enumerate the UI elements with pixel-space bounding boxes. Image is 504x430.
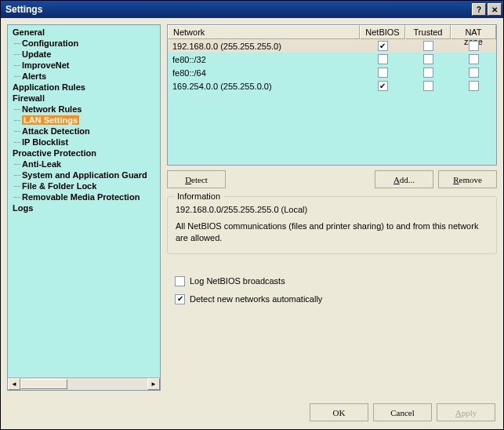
col-trusted[interactable]: Trusted — [405, 25, 451, 39]
tree-item-system-and-application-guard[interactable]: System and Application Guard — [8, 169, 160, 180]
detect-networks-label: Detect new networks automatically — [190, 294, 322, 304]
tree-item-file-folder-lock[interactable]: File & Folder Lock — [8, 180, 160, 191]
dialog-footer: OK Cancel Apply — [1, 397, 503, 429]
netbios-checkbox[interactable] — [378, 67, 388, 78]
tree-item-removable-media-protection[interactable]: Removable Media Protection — [8, 191, 160, 202]
scroll-right-button[interactable]: ► — [147, 378, 160, 390]
tree-item-general[interactable]: General — [8, 27, 160, 38]
log-netbios-label: Log NetBIOS broadcasts — [190, 276, 285, 286]
tree-item-lan-settings[interactable]: LAN Settings — [8, 115, 160, 126]
netbios-checkbox[interactable] — [378, 54, 388, 64]
add-button[interactable]: Add... — [375, 170, 433, 188]
settings-window: Settings ? ✕ GeneralConfigurationUpdateI… — [0, 0, 504, 430]
tree-item-configuration[interactable]: Configuration — [8, 38, 160, 49]
natzone-checkbox[interactable] — [469, 41, 479, 51]
cancel-button[interactable]: Cancel — [373, 403, 432, 421]
tree-item-logs[interactable]: Logs — [8, 202, 160, 213]
detect-button[interactable]: Detect — [167, 170, 226, 188]
scroll-left-button[interactable]: ◄ — [8, 378, 20, 390]
table-row[interactable]: fe80::/32 — [168, 53, 496, 66]
tree-item-proactive-protection[interactable]: Proactive Protection — [8, 148, 160, 159]
tree-item-firewall[interactable]: Firewall — [8, 93, 160, 104]
trusted-checkbox[interactable] — [423, 54, 433, 64]
network-table: Network NetBIOS Trusted NAT zone 192.168… — [167, 24, 497, 166]
titlebar: Settings ? ✕ — [1, 1, 503, 18]
nav-tree: GeneralConfigurationUpdateImproveNetAler… — [7, 24, 161, 391]
tree-item-alerts[interactable]: Alerts — [8, 71, 160, 82]
tree-item-ip-blocklist[interactable]: IP Blocklist — [8, 137, 160, 148]
tree-item-update[interactable]: Update — [8, 49, 160, 60]
table-row[interactable]: 192.168.0.0 (255.255.255.0)✔ — [168, 39, 496, 53]
table-row[interactable]: 169.254.0.0 (255.255.0.0)✔ — [168, 79, 496, 93]
netbios-checkbox[interactable]: ✔ — [378, 41, 388, 51]
tree-item-attack-detection[interactable]: Attack Detection — [8, 126, 160, 137]
help-button[interactable]: ? — [472, 3, 486, 16]
info-description: All NetBIOS communications (files and pr… — [176, 220, 488, 244]
horizontal-scrollbar[interactable]: ◄ ► — [8, 377, 160, 390]
tree-item-anti-leak[interactable]: Anti-Leak — [8, 159, 160, 169]
natzone-checkbox[interactable] — [469, 54, 479, 64]
close-button[interactable]: ✕ — [488, 3, 502, 16]
window-title: Settings — [5, 4, 472, 15]
netbios-checkbox[interactable]: ✔ — [378, 81, 388, 91]
remove-button[interactable]: Remove — [438, 170, 497, 188]
col-network[interactable]: Network — [168, 25, 360, 39]
scroll-thumb[interactable] — [20, 379, 67, 389]
trusted-checkbox[interactable] — [423, 81, 433, 91]
col-natzone[interactable]: NAT zone — [451, 25, 496, 39]
trusted-checkbox[interactable] — [423, 67, 433, 78]
detect-networks-checkbox[interactable]: ✔ — [175, 294, 185, 304]
log-netbios-checkbox[interactable] — [175, 276, 185, 286]
info-network: 192.168.0.0/255.255.255.0 (Local) — [176, 205, 488, 214]
natzone-checkbox[interactable] — [469, 67, 479, 78]
table-row[interactable]: fe80::/64 — [168, 66, 496, 79]
col-netbios[interactable]: NetBIOS — [360, 25, 405, 39]
tree-item-application-rules[interactable]: Application Rules — [8, 82, 160, 93]
apply-button[interactable]: Apply — [437, 403, 495, 421]
info-title: Information — [174, 191, 223, 201]
tree-item-improvenet[interactable]: ImproveNet — [8, 60, 160, 71]
ok-button[interactable]: OK — [310, 403, 368, 421]
tree-item-network-rules[interactable]: Network Rules — [8, 104, 160, 115]
information-group: Information 192.168.0.0/255.255.255.0 (L… — [167, 196, 497, 254]
natzone-checkbox[interactable] — [469, 81, 479, 91]
trusted-checkbox[interactable] — [423, 41, 433, 51]
